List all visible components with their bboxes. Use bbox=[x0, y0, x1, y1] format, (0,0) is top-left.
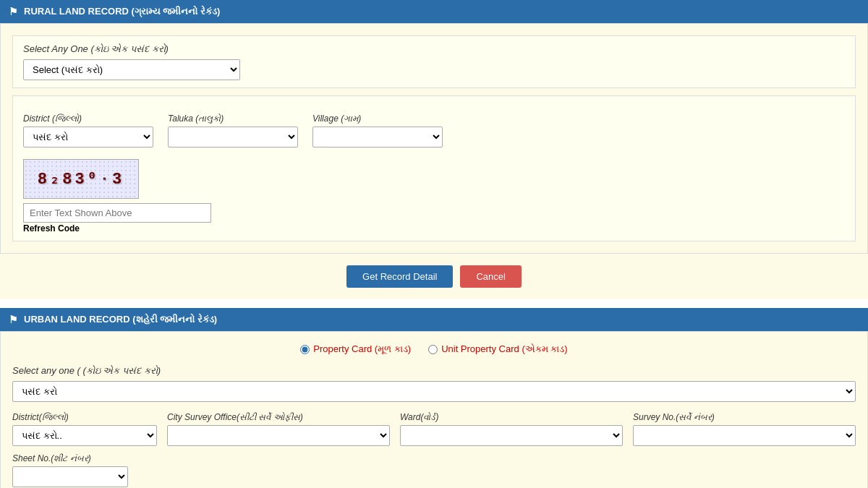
rural-cancel-button[interactable]: Cancel bbox=[460, 265, 521, 288]
urban-section-header: ⚑ URBAN LAND RECORD (શહેરી જમીનનો રેકંડ) bbox=[0, 308, 868, 331]
rural-taluka-label: Taluka (તાલુકો) bbox=[168, 114, 298, 124]
urban-district-select[interactable]: પસંદ કરો.. bbox=[12, 425, 157, 446]
rural-captcha-input[interactable] bbox=[23, 203, 211, 223]
rural-taluka-select[interactable] bbox=[168, 127, 298, 147]
urban-ward-select[interactable] bbox=[400, 425, 623, 446]
rural-captcha-image: 8₂83⁰·3 bbox=[23, 159, 139, 199]
urban-survey-no-label: Survey No.(સર્વે નંબર) bbox=[633, 412, 856, 422]
urban-icon: ⚑ bbox=[9, 314, 18, 325]
rural-select-any-one[interactable]: Select (પસંદ કરો) bbox=[23, 59, 240, 80]
rural-refresh-code[interactable]: Refresh Code bbox=[23, 223, 80, 234]
rural-header-title: RURAL LAND RECORD (ગ્રામ્ય જમીનનો રેકંડ) bbox=[24, 6, 220, 17]
rural-village-select[interactable] bbox=[312, 127, 443, 147]
radio-unit-property-card[interactable]: Unit Property Card (એકમ કાડ) bbox=[428, 343, 568, 355]
urban-sheet-no-select[interactable] bbox=[12, 466, 128, 487]
radio-property-card[interactable]: Property Card (મૂળ કાડ) bbox=[300, 343, 411, 355]
rural-district-label: District (જિલ્લો) bbox=[23, 114, 153, 124]
urban-select-label: Select any one ( (કોઇ એક પસંદ કરો) bbox=[12, 365, 856, 377]
rural-district-select[interactable]: પસંદ કરો bbox=[23, 127, 153, 147]
radio-unit-property-card-input[interactable] bbox=[428, 345, 438, 354]
urban-radio-row: Property Card (મૂળ કાડ) Unit Property Ca… bbox=[12, 343, 856, 355]
urban-ward-label: Ward(વોર્ડ) bbox=[400, 412, 623, 422]
rural-buttons-row: Get Record Detail Cancel bbox=[0, 254, 868, 299]
urban-city-survey-select[interactable] bbox=[167, 425, 390, 446]
urban-city-survey-label: City Survey Office(સીટી સર્વે ઓફીસ) bbox=[167, 412, 390, 422]
rural-section-header: ⚑ RURAL LAND RECORD (ગ્રામ્ય જમીનનો રેકં… bbox=[0, 0, 868, 23]
urban-district-label: District(જિલ્લો) bbox=[12, 412, 157, 422]
radio-property-card-input[interactable] bbox=[300, 345, 310, 354]
rural-select-label: Select Any One (કોઇ એક પસંદ કરો) bbox=[23, 43, 845, 55]
rural-icon: ⚑ bbox=[9, 6, 18, 17]
rural-get-record-button[interactable]: Get Record Detail bbox=[346, 265, 453, 288]
urban-select-any-one[interactable]: પસંદ કરો bbox=[12, 381, 856, 402]
urban-header-title: URBAN LAND RECORD (શહેરી જમીનનો રેકંડ) bbox=[24, 314, 217, 325]
urban-survey-no-select[interactable] bbox=[633, 425, 856, 446]
rural-village-label: Village (ગામ) bbox=[312, 114, 443, 124]
urban-sheet-no-label: Sheet No.(શીટ નંબર) bbox=[12, 453, 128, 463]
